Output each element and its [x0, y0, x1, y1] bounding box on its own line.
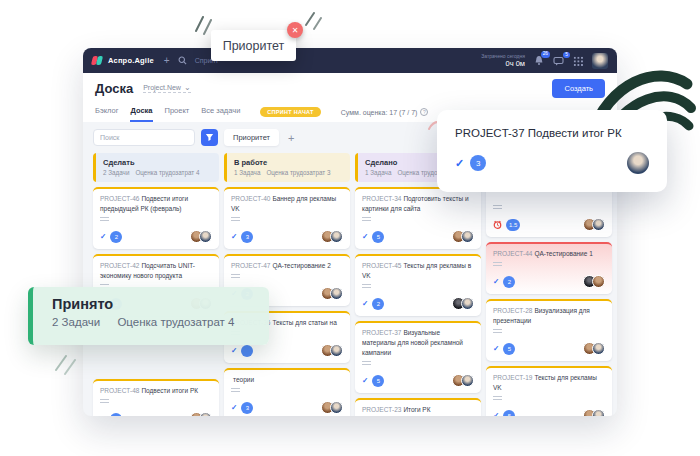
- search-input[interactable]: [93, 129, 195, 146]
- estimate-badge: 5: [503, 343, 515, 355]
- task-id: PROJECT-28: [493, 307, 532, 314]
- search-icon[interactable]: [178, 56, 187, 65]
- project-select-value: Project.New: [143, 84, 181, 91]
- check-icon: ✓: [100, 232, 106, 241]
- task-id: PROJECT-19: [493, 374, 532, 381]
- description-icon: [231, 388, 240, 393]
- check-icon: ✓: [231, 346, 237, 355]
- column-done: Сделано 1 ЗадачаОценка трудозатрат PROJE…: [355, 153, 481, 416]
- check-icon: ✓: [493, 344, 499, 353]
- column-in-progress: В работе 1 ЗадачаОценка трудозатрат 3 PR…: [224, 153, 350, 416]
- description-icon: [493, 262, 502, 267]
- task-card[interactable]: теории ✓ 3: [224, 368, 350, 416]
- time-value: 0ч 0м: [481, 59, 525, 68]
- messages-icon[interactable]: 5: [553, 56, 564, 66]
- column-todo: Сделать 2 ЗадачиОценка трудозатрат 4 PRO…: [93, 153, 219, 416]
- task-id: PROJECT-48: [100, 387, 139, 394]
- check-icon: ✓: [100, 414, 106, 416]
- app-logo[interactable]: Аспро.Agile: [92, 55, 154, 66]
- estimate-badge: 5: [503, 410, 515, 416]
- task-card[interactable]: PROJECT-19Тексты для рекламы VK ✓ 5: [486, 366, 612, 416]
- estimate-badge: 2: [503, 276, 515, 288]
- filter-button[interactable]: [201, 129, 218, 146]
- avatar: [592, 342, 605, 355]
- avatar: [592, 275, 605, 288]
- description-icon: [231, 217, 240, 222]
- task-id: PROJECT-42: [100, 262, 139, 269]
- avatar: [592, 409, 605, 416]
- task-card[interactable]: PROJECT-40Баннер для рекламы VK ✓ 3: [224, 187, 350, 249]
- add-filter-icon[interactable]: +: [288, 132, 294, 144]
- time-tracker: Затрачено сегодня 0ч 0м: [481, 53, 525, 69]
- estimate-badge: 5: [372, 231, 384, 243]
- description-icon: [493, 329, 502, 334]
- task-title: Подвести итоги РК: [141, 387, 198, 394]
- funnel-icon: [205, 133, 214, 142]
- chevron-down-icon: ⌄: [184, 86, 191, 89]
- estimate-badge: 2: [110, 231, 122, 243]
- task-card[interactable]: PROJECT-28Визуализация для презентации ✓…: [486, 299, 612, 361]
- task-card[interactable]: PROJECT-34Подготовить тексты и картинки …: [355, 187, 481, 249]
- task-id: PROJECT-46: [100, 195, 139, 202]
- task-card[interactable]: PROJECT-46Подвести итоги предыдущей РК (…: [93, 187, 219, 249]
- info-icon[interactable]: ?: [420, 108, 428, 116]
- apps-grid-icon[interactable]: [573, 56, 583, 66]
- task-id: PROJECT-47: [231, 262, 270, 269]
- close-icon[interactable]: ✕: [287, 22, 303, 38]
- avatar: [330, 287, 343, 300]
- logo-text: Аспро.Agile: [108, 56, 154, 65]
- assignee-avatar: [627, 152, 649, 174]
- column-header[interactable]: Сделать 2 ЗадачиОценка трудозатрат 4: [93, 153, 219, 182]
- accepted-column-popup: Принято 2 Задачи Оценка трудозатрат 4: [28, 287, 269, 345]
- page-title: Доска: [95, 81, 133, 96]
- add-icon[interactable]: +: [164, 55, 170, 66]
- check-icon: ✓: [493, 411, 499, 416]
- check-icon: ✓: [455, 157, 464, 170]
- estimate-badge: 1.5: [506, 219, 520, 231]
- estimate-badge: 3: [241, 231, 253, 243]
- sprint-summary: Сумм. оценка: 17 (7 / 7): [341, 109, 418, 116]
- avatar: [461, 374, 474, 387]
- avatar: [199, 412, 212, 416]
- task-card[interactable]: PROJECT-23Итоги РК ✓ 5: [355, 398, 481, 416]
- check-icon: ✓: [493, 277, 499, 286]
- task-card[interactable]: PROJECT-45Тексты для рекламы в VK ✓ 2: [355, 254, 481, 316]
- check-icon: ✓: [231, 232, 237, 241]
- logo-icon: [92, 55, 104, 66]
- task-title: Итоги РК: [403, 406, 430, 413]
- check-icon: ✓: [231, 403, 237, 412]
- description-icon: [362, 284, 371, 289]
- tab-backlog[interactable]: Бэклог: [95, 106, 118, 122]
- avatar: [461, 230, 474, 243]
- project-select[interactable]: Project.New ⌄: [143, 84, 190, 93]
- column-header[interactable]: В работе 1 ЗадачаОценка трудозатрат 3: [224, 153, 350, 182]
- task-id: PROJECT-45: [362, 262, 401, 269]
- check-icon: ✓: [362, 376, 368, 385]
- tab-board[interactable]: Доска: [130, 106, 152, 122]
- avatar: [330, 344, 343, 357]
- task-id: PROJECT-40: [231, 195, 270, 202]
- filter-chip-priority[interactable]: Приоритет: [224, 129, 279, 146]
- task-detail-popup[interactable]: PROJECT-37 Подвести итог РК ✓ 3: [437, 110, 667, 192]
- user-avatar[interactable]: [592, 53, 608, 69]
- estimate-badge: 5: [372, 375, 384, 387]
- priority-tooltip-text: Приоритет: [223, 39, 285, 53]
- avatar: [592, 218, 605, 231]
- top-navbar: Аспро.Agile + Спринт Затрачено сегодня 0…: [83, 48, 617, 73]
- tab-all-tasks[interactable]: Все задачи: [201, 106, 240, 122]
- notifications-bell-icon[interactable]: 26: [534, 55, 544, 66]
- check-icon: ✓: [362, 232, 368, 241]
- description-icon: [100, 399, 109, 404]
- create-button[interactable]: Создать: [552, 79, 605, 98]
- description-icon: [362, 361, 371, 366]
- tab-project[interactable]: Проект: [165, 106, 190, 122]
- task-id: PROJECT-44: [493, 250, 532, 257]
- scribble-decoration: [52, 350, 84, 376]
- task-card[interactable]: PROJECT-37Визуальные материалы для новой…: [355, 321, 481, 393]
- task-card[interactable]: PROJECT-48Подвести итоги РК ✓ 2: [93, 379, 219, 416]
- description-icon: [231, 274, 240, 279]
- task-id: PROJECT-37: [362, 329, 401, 336]
- task-title: теории: [233, 376, 254, 383]
- priority-tooltip: Приоритет ✕: [211, 30, 296, 61]
- task-card-highlighted[interactable]: PROJECT-44QA-тестирование 1 ✓ 2: [486, 242, 612, 294]
